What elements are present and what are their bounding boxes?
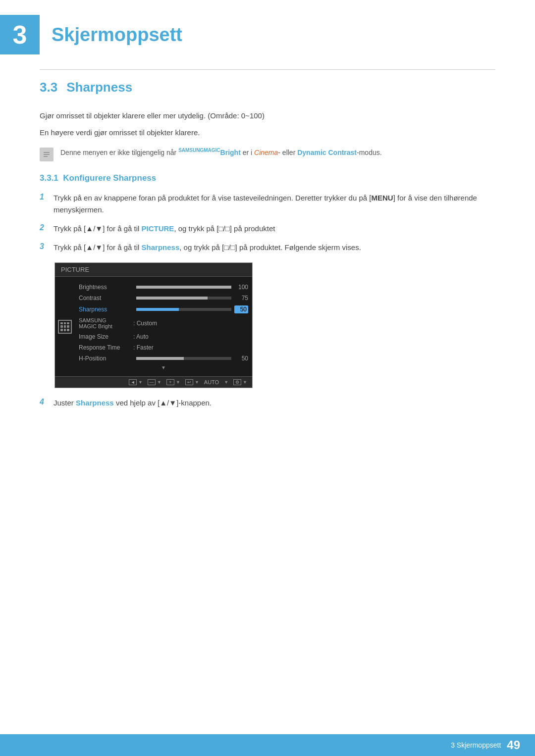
osd-menu: Brightness 100 Contrast — [75, 282, 252, 371]
osd-sidebar-icon — [58, 320, 72, 334]
chapter-number: 3 — [13, 22, 27, 48]
note-text: Denne menyen er ikke tilgjengelig når SA… — [60, 147, 382, 158]
osd-row-brightness: Brightness 100 — [79, 282, 248, 293]
step-number-4: 4 — [40, 398, 54, 406]
note-box: Denne menyen er ikke tilgjengelig når SA… — [40, 147, 495, 161]
osd-row-response-time: Response Time : Faster — [79, 342, 248, 353]
chapter-number-box: 3 — [0, 15, 40, 54]
osd-bar-contrast — [136, 297, 231, 300]
osd-value-contrast: 75 — [133, 295, 248, 302]
osd-value-sharpness: 50 — [133, 305, 248, 313]
osd-num-h-position: 50 — [234, 355, 248, 362]
osd-btn-icon-plus: + — [166, 379, 174, 385]
step-text-3: Trykk på [▲/▼] for å gå til Sharpness, o… — [54, 242, 495, 253]
osd-label-contrast: Contrast — [79, 295, 133, 302]
osd-btn-icon-left: ◄ — [129, 379, 137, 385]
description-line1: Gjør omrisset til objekter klarere eller… — [40, 110, 495, 122]
step-4-list: 4 Juster Sharpness ved hjelp av [▲/▼]-kn… — [40, 397, 495, 409]
osd-row-image-size: Image Size : Auto — [79, 331, 248, 342]
osd-btn-label-left: ▼ — [138, 380, 143, 385]
footer-chapter-label: 3 Skjermoppsett — [451, 741, 501, 749]
osd-btn-plus: + ▼ — [166, 379, 180, 385]
osd-auto-label: AUTO — [204, 379, 219, 385]
section-heading: 3.3 Sharpness — [40, 80, 495, 95]
osd-num-brightness: 100 — [234, 284, 248, 291]
step-1: 1 Trykk på en av knappene foran på produ… — [40, 192, 495, 216]
osd-sidebar — [55, 282, 75, 371]
steps-list: 1 Trykk på en av knappene foran på produ… — [40, 192, 495, 253]
osd-bar-fill-h-position — [136, 357, 184, 360]
osd-label-brightness: Brightness — [79, 284, 133, 291]
osd-bar-sharpness — [136, 308, 231, 311]
step-2: 2 Trykk på [▲/▼] for å gå til PICTURE, o… — [40, 223, 495, 235]
osd-val-magic-bright: : Custom — [133, 320, 157, 327]
subsection-heading: 3.3.1 Konfigurere Sharpness — [40, 173, 495, 183]
osd-btn-label-settings: ▼ — [243, 380, 247, 385]
osd-btn-left: ◄ ▼ — [129, 379, 143, 385]
osd-title: PICTURE — [55, 263, 252, 277]
osd-row-contrast: Contrast 75 — [79, 293, 248, 303]
osd-bar-fill-brightness — [136, 286, 231, 289]
subsection-title: Konfigurere Sharpness — [63, 173, 156, 183]
section-number: 3.3 — [40, 80, 57, 95]
description-line2: En høyere verdi gjør omrisset til objekt… — [40, 127, 495, 139]
note-icon — [40, 148, 54, 161]
footer-page-number: 49 — [507, 738, 520, 752]
osd-row-magic-bright: SAMSUNGMAGIC Bright : Custom — [79, 315, 248, 331]
osd-btn-enter: ↩ ▼ — [185, 379, 199, 385]
osd-auto-arrow: ▼ — [224, 380, 228, 385]
osd-value-brightness: 100 — [133, 284, 248, 291]
osd-btn-icon-settings: ⚙ — [233, 379, 241, 385]
osd-btn-label-minus: ▼ — [157, 380, 161, 385]
osd-btn-label-plus: ▼ — [176, 380, 180, 385]
osd-bar-brightness — [136, 286, 231, 289]
osd-value-h-position: 50 — [133, 355, 248, 362]
osd-btn-settings: ⚙ ▼ — [233, 379, 247, 385]
osd-screenshot: PICTURE Brightness 100 — [54, 262, 253, 388]
osd-scroll-indicator: ▼ — [79, 364, 248, 371]
osd-btn-icon-minus: — — [148, 379, 156, 385]
subsection-number: 3.3.1 — [40, 173, 63, 183]
step-3: 3 Trykk på [▲/▼] for å gå til Sharpness,… — [40, 242, 495, 253]
osd-bar-fill-sharpness — [136, 308, 179, 311]
osd-val-image-size: : Auto — [133, 333, 149, 340]
divider — [40, 69, 495, 70]
page-footer: 3 Skjermoppsett 49 — [0, 734, 535, 756]
step-number-2: 2 — [40, 223, 54, 232]
step-text-2: Trykk på [▲/▼] for å gå til PICTURE, og … — [54, 223, 495, 235]
osd-bottom-bar: ◄ ▼ — ▼ + ▼ ↩ ▼ AUTO ▼ ⚙ ▼ — [55, 376, 252, 388]
osd-label-sharpness: Sharpness — [79, 306, 133, 313]
osd-num-contrast: 75 — [234, 295, 248, 302]
step-number-3: 3 — [40, 242, 54, 251]
osd-label-h-position: H-Position — [79, 355, 133, 362]
step-4: 4 Juster Sharpness ved hjelp av [▲/▼]-kn… — [40, 397, 495, 409]
osd-bar-fill-contrast — [136, 297, 208, 300]
chapter-title: Skjermoppsett — [52, 24, 182, 46]
osd-label-image-size: Image Size — [79, 333, 133, 340]
content-area: 3.3 Sharpness Gjør omrisset til objekter… — [0, 69, 535, 455]
step-text-1: Trykk på en av knappene foran på produkt… — [54, 192, 495, 216]
step-text-4: Juster Sharpness ved hjelp av [▲/▼]-knap… — [54, 397, 495, 409]
osd-btn-minus: — ▼ — [148, 379, 161, 385]
osd-label-magic-bright: SAMSUNGMAGIC Bright — [79, 317, 133, 329]
osd-row-sharpness: Sharpness 50 — [79, 303, 248, 315]
osd-row-h-position: H-Position 50 — [79, 353, 248, 364]
chapter-header: 3 Skjermoppsett — [0, 0, 535, 64]
osd-btn-label-enter: ▼ — [195, 380, 199, 385]
osd-num-sharpness: 50 — [234, 305, 248, 313]
section-title: Sharpness — [66, 80, 132, 95]
osd-bar-h-position — [136, 357, 231, 360]
osd-label-response-time: Response Time — [79, 344, 133, 351]
osd-val-response-time: : Faster — [133, 344, 154, 351]
step-number-1: 1 — [40, 193, 54, 202]
osd-body: Brightness 100 Contrast — [55, 277, 252, 376]
osd-btn-icon-enter: ↩ — [185, 379, 193, 385]
